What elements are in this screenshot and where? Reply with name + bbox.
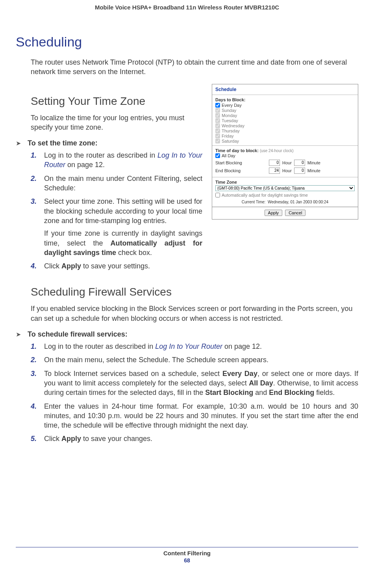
subheading-timezone: Setting Your Time Zone <box>31 95 202 108</box>
checkbox-label: Friday <box>222 134 234 138</box>
step-number: 1. <box>31 151 37 160</box>
procedure-title: To set the time zone: <box>28 139 98 147</box>
checkbox-row[interactable]: Monday <box>215 113 355 118</box>
checkbox[interactable] <box>215 123 220 128</box>
step: 1. Log in to the router as described in … <box>31 342 358 351</box>
step-number: 2. <box>31 355 37 365</box>
checkbox-label: Saturday <box>222 139 239 143</box>
checkbox-label: Wednesday <box>222 123 244 128</box>
step-text: Select your time zone. This setting will… <box>44 197 202 225</box>
step-number: 5. <box>31 434 37 443</box>
tod-label: Time of day to block: <box>215 148 259 153</box>
step-text: To block Internet services based on a sc… <box>44 370 222 378</box>
step-text: check box. <box>116 249 152 257</box>
checkbox-label: Thursday <box>222 128 240 133</box>
step-text: Log in to the router as described in <box>44 151 157 159</box>
start-min-input[interactable] <box>294 160 305 166</box>
checkbox-row[interactable]: Wednesday <box>215 123 355 128</box>
unit-label: Hour <box>282 168 292 173</box>
checkbox[interactable] <box>215 103 220 108</box>
tz-label: Time Zone <box>215 180 355 184</box>
step: 4. Click Apply to save your settings. <box>31 261 202 271</box>
step-number: 3. <box>31 197 37 206</box>
intro-text: The router uses Network Time Protocol (N… <box>31 58 358 77</box>
step: 1. Log in to the router as described in … <box>31 151 202 170</box>
start-label: Start Blocking <box>215 160 267 165</box>
step-number: 4. <box>31 402 37 411</box>
cross-reference-link[interactable]: Log In to Your Router <box>155 342 222 350</box>
fw-lead: If you enabled service blocking in the B… <box>31 304 358 323</box>
checkbox[interactable] <box>215 108 220 113</box>
tod-hint: (use 24-hour clock) <box>260 149 294 153</box>
step-number: 4. <box>31 261 37 271</box>
subheading-firewall: Scheduling Firewall Services <box>31 286 358 298</box>
step-text: on page 12. <box>65 161 105 169</box>
end-hour-input[interactable] <box>269 167 280 174</box>
ui-term: Apply <box>61 435 81 443</box>
unit-label: Minute <box>307 168 320 173</box>
checkbox-row[interactable]: Sunday <box>215 108 355 113</box>
cancel-button[interactable]: Cancel <box>285 210 305 216</box>
step-text: fields. <box>314 389 335 396</box>
step: 4. Enter the values in 24-hour time form… <box>31 402 358 430</box>
current-time: Current Time: Wednesday, 01 Jan 2003 00:… <box>215 200 355 204</box>
page-title: Scheduling <box>16 34 358 50</box>
unit-label: Hour <box>282 160 292 165</box>
timezone-select[interactable]: (GMT-08:00) Pacific Time (US & Canada); … <box>215 185 355 191</box>
page-footer: Content Filtering 68 <box>16 547 358 564</box>
checkbox[interactable] <box>215 113 220 118</box>
step-text: On the main menu, select the Schedule. T… <box>44 356 268 364</box>
checkbox-label: Tuesday <box>222 118 238 123</box>
step: 2. On the main menu, select the Schedule… <box>31 355 358 365</box>
checkbox-row[interactable]: All Day <box>215 153 355 158</box>
unit-label: Minute <box>307 160 320 165</box>
step: 3. To block Internet services based on a… <box>31 369 358 398</box>
step-text: Click <box>44 262 61 270</box>
chevron-right-icon: ➤ <box>16 331 24 338</box>
checkbox[interactable] <box>215 153 220 158</box>
end-label: End Blocking <box>215 168 267 173</box>
chevron-right-icon: ➤ <box>16 140 24 147</box>
step: 3. Select your time zone. This setting w… <box>31 197 202 257</box>
ui-term: All Day <box>249 379 273 387</box>
step-text: on page 12. <box>222 342 262 350</box>
checkbox-label: Every Day <box>222 103 242 108</box>
tz-lead: To localize the time for your log entrie… <box>31 113 202 132</box>
checkbox-label: Automatically adjust for daylight saving… <box>222 193 308 197</box>
checkbox-row[interactable]: Tuesday <box>215 118 355 123</box>
ui-term: Every Day <box>222 370 257 378</box>
start-hour-input[interactable] <box>269 160 280 166</box>
step-number: 1. <box>31 342 37 351</box>
step-number: 3. <box>31 369 37 378</box>
step-text: Log in to the router as described in <box>44 342 155 350</box>
step-text: Click <box>44 435 61 443</box>
checkbox-label: All Day <box>222 153 235 158</box>
ui-term: Apply <box>61 262 81 270</box>
step: 5. Click Apply to save your changes. <box>31 434 358 443</box>
step: 2. On the main menu under Content Filter… <box>31 174 202 193</box>
ui-term: Start Blocking <box>205 389 253 396</box>
procedure-title: To schedule firewall services: <box>28 330 128 339</box>
checkbox-row[interactable]: Thursday <box>215 128 355 133</box>
checkbox-row[interactable]: Saturday <box>215 139 355 143</box>
step-text: to save your settings. <box>81 262 150 270</box>
running-head: Mobile Voice HSPA+ Broadband 11n Wireles… <box>16 4 358 11</box>
footer-page-number: 68 <box>16 557 358 564</box>
end-min-input[interactable] <box>294 167 305 174</box>
checkbox-row[interactable]: Friday <box>215 134 355 138</box>
checkbox-row[interactable]: Automatically adjust for daylight saving… <box>215 193 355 197</box>
days-label: Days to Block: <box>215 97 355 102</box>
ui-term: End Blocking <box>269 389 314 396</box>
checkbox-row[interactable]: Every Day <box>215 103 355 108</box>
checkbox[interactable] <box>215 134 220 138</box>
checkbox-label: Monday <box>222 113 237 118</box>
step-text: and <box>253 389 269 396</box>
apply-button[interactable]: Apply <box>265 210 283 216</box>
checkbox[interactable] <box>215 193 220 197</box>
step-text: On the main menu under Content Filtering… <box>44 175 202 192</box>
checkbox[interactable] <box>215 118 220 123</box>
checkbox[interactable] <box>215 139 220 143</box>
panel-title: Schedule <box>212 84 358 95</box>
step-text: to save your changes. <box>81 435 152 443</box>
checkbox[interactable] <box>215 128 220 133</box>
